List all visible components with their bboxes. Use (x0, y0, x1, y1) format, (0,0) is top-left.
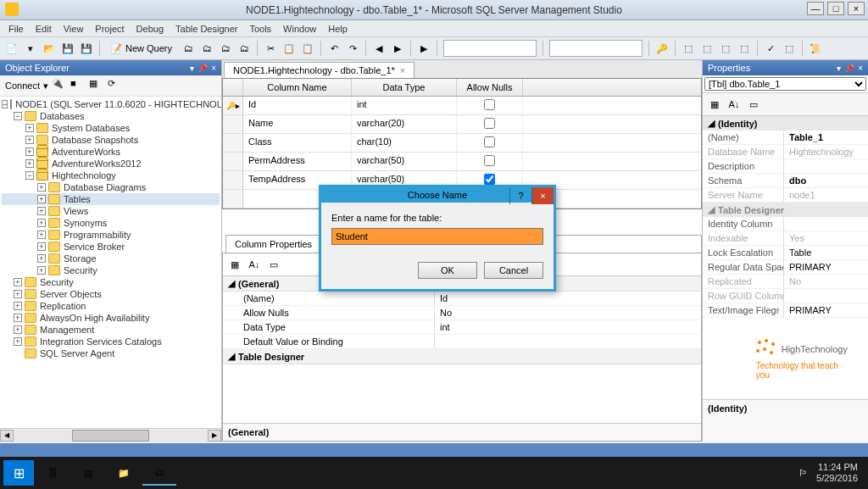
table-name-input[interactable] (331, 228, 543, 245)
index-icon[interactable]: ⬚ (698, 40, 715, 57)
paste-icon[interactable]: 📋 (299, 40, 316, 57)
designer-row[interactable]: Classchar(10) (223, 134, 701, 153)
expander-icon[interactable]: + (25, 147, 34, 156)
row-header[interactable] (223, 115, 243, 133)
properties-object-selector[interactable]: [Tbl] dbo.Table_1 (704, 77, 866, 91)
notification-flag-icon[interactable]: 🏳 (798, 468, 808, 478)
new-query-button[interactable]: 📝 New Query (104, 41, 178, 57)
cell-data-type[interactable]: varchar(50) (352, 153, 457, 170)
task-explorer-icon[interactable]: 📁 (107, 460, 141, 486)
expander-icon[interactable]: + (25, 124, 34, 132)
tree-storage[interactable]: Storage (64, 253, 97, 264)
expander-icon[interactable]: + (14, 314, 22, 322)
tree-snapshots[interactable]: Database Snapshots (52, 135, 138, 145)
tree-root[interactable]: NODE1 (SQL Server 11.0.6020 - HIGHTECHNO… (15, 99, 221, 109)
fulltext-icon[interactable]: ⬚ (717, 40, 734, 57)
filter-icon[interactable]: ▦ (89, 78, 104, 93)
allow-null-checkbox[interactable] (484, 174, 495, 185)
cell-col-name[interactable]: Class (243, 134, 352, 152)
solution-config-combo[interactable] (443, 40, 537, 57)
cp-allownulls-value[interactable]: No (435, 306, 701, 320)
alpha-icon[interactable]: A↓ (726, 96, 743, 113)
cell-allow-null[interactable] (457, 153, 523, 170)
tree-ht[interactable]: Hightechnology (52, 170, 116, 181)
cp-name-value[interactable]: Id (435, 292, 701, 305)
menu-table-designer[interactable]: Table Designer (170, 22, 242, 36)
expander-icon[interactable]: − (2, 100, 8, 108)
tree-databases[interactable]: Databases (40, 111, 85, 121)
cell-allow-null[interactable] (457, 97, 523, 114)
expander-icon[interactable]: + (37, 266, 46, 275)
collapse-icon[interactable]: ◢ (228, 351, 235, 362)
categorized-icon[interactable]: ▦ (226, 256, 243, 273)
find-combo[interactable] (549, 40, 643, 57)
save-all-icon[interactable]: 💾 (78, 40, 95, 57)
cell-col-name[interactable]: PermAddress (243, 153, 352, 170)
task-powershell-icon[interactable]: ▧ (71, 460, 105, 486)
open-icon[interactable]: 📂 (41, 40, 58, 57)
expander-icon[interactable]: + (25, 159, 34, 168)
key-icon[interactable]: 🔑 (654, 40, 670, 57)
expander-icon[interactable]: + (37, 219, 46, 227)
expander-icon[interactable]: + (37, 183, 46, 192)
pg-rowguid-value[interactable] (784, 289, 868, 303)
panel-close-icon[interactable]: × (211, 64, 216, 73)
refresh-icon[interactable]: ⟳ (108, 78, 123, 93)
relation-icon[interactable]: ⬚ (680, 40, 697, 57)
tree-tables[interactable]: Tables (64, 194, 91, 204)
cp-default-value[interactable] (435, 335, 701, 348)
menu-file[interactable]: File (3, 22, 29, 36)
expander-icon[interactable]: + (37, 242, 46, 251)
allow-null-checkbox[interactable] (484, 118, 495, 129)
panel-pin-icon[interactable]: 📌 (198, 64, 208, 73)
menu-window[interactable]: Window (278, 22, 321, 36)
cell-data-type[interactable]: varchar(20) (352, 115, 457, 133)
row-header[interactable] (223, 134, 243, 152)
nav-back-icon[interactable]: ◀ (370, 40, 387, 57)
expander-icon[interactable]: − (25, 171, 34, 180)
tb-icon-4[interactable]: 🗂 (236, 40, 253, 57)
minimize-button[interactable]: — (807, 2, 824, 15)
task-ssms-icon[interactable]: 🗂 (142, 460, 176, 486)
pg-lock-value[interactable]: Table (784, 246, 868, 259)
allow-null-checkbox[interactable] (484, 99, 495, 110)
expander-icon[interactable]: + (14, 302, 22, 310)
menu-view[interactable]: View (58, 22, 89, 36)
menu-project[interactable]: Project (90, 22, 129, 36)
pg-rds-value[interactable]: PRIMARY (784, 260, 868, 274)
script-icon[interactable]: 📜 (807, 40, 824, 57)
close-window-button[interactable]: × (848, 2, 865, 15)
pg-desc-value[interactable] (784, 159, 868, 173)
expander-icon[interactable]: + (37, 254, 46, 263)
start-button[interactable]: ⊞ (3, 460, 34, 486)
panel-pin-icon[interactable]: 📌 (844, 64, 854, 73)
cell-data-type[interactable]: char(10) (352, 134, 457, 152)
save-icon[interactable]: 💾 (59, 40, 76, 57)
tb-icon-3[interactable]: 🗂 (217, 40, 234, 57)
expander-icon[interactable]: + (25, 136, 34, 144)
tree-agent[interactable]: SQL Server Agent (40, 348, 114, 358)
prop-pages-icon[interactable]: ▭ (745, 96, 762, 113)
scroll-thumb[interactable] (72, 430, 150, 442)
tree-dbdiagrams[interactable]: Database Diagrams (64, 182, 146, 192)
pg-schema-value[interactable]: dbo (784, 174, 868, 187)
tb-icon-2[interactable]: 🗂 (198, 40, 215, 57)
expander-icon[interactable]: + (14, 325, 22, 334)
row-header[interactable] (223, 171, 243, 189)
tree-programmability[interactable]: Programmability (64, 230, 131, 240)
collapse-icon[interactable]: ◢ (708, 118, 715, 129)
task-server-manager-icon[interactable]: 🗄 (36, 460, 70, 486)
panel-dropdown-icon[interactable]: ▾ (837, 64, 841, 73)
tree-management[interactable]: Management (40, 325, 94, 335)
tree-security[interactable]: Security (40, 277, 74, 287)
redo-icon[interactable]: ↷ (344, 40, 361, 57)
dialog-cancel-button[interactable]: Cancel (484, 262, 543, 279)
document-tab[interactable]: NODE1.Hightechnology - dbo.Table_1* × (224, 62, 415, 78)
start-debug-icon[interactable]: ▶ (415, 40, 432, 57)
menu-debug[interactable]: Debug (131, 22, 169, 36)
tree-service-broker[interactable]: Service Broker (64, 242, 125, 252)
tree-replication[interactable]: Replication (40, 301, 86, 311)
panel-dropdown-icon[interactable]: ▾ (190, 64, 194, 73)
prop-pages-icon[interactable]: ▭ (265, 256, 282, 273)
designer-row[interactable]: PermAddressvarchar(50) (223, 153, 701, 171)
